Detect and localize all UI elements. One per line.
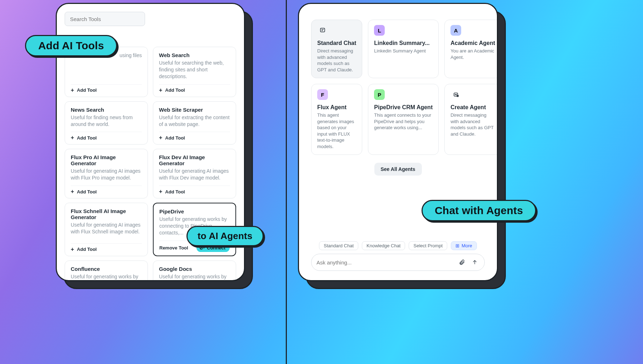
- agent-title: Flux Agent: [317, 104, 356, 111]
- chat-icon: [317, 25, 328, 36]
- plus-icon: +: [71, 189, 74, 194]
- plus-icon: +: [71, 135, 74, 141]
- tool-description: Useful for generating works by connectin…: [71, 273, 142, 281]
- chip-standard-chat[interactable]: Standard Chat: [319, 241, 358, 250]
- add-tool-label: Add Tool: [165, 189, 185, 194]
- chat-mode-chips: Standard Chat Knowledge Chat Select Prom…: [311, 241, 485, 250]
- add-tool-label: Add Tool: [77, 87, 96, 93]
- agent-letter-icon: F: [317, 89, 328, 100]
- arrow-up-icon: [472, 259, 478, 266]
- chip-more[interactable]: ⊞ More: [451, 241, 477, 250]
- tool-title: News Search: [71, 107, 142, 113]
- chat-input[interactable]: [316, 259, 454, 266]
- pill-add-ai-tools: Add AI Tools: [25, 35, 117, 56]
- pill-to-ai-agents: to AI Agents: [186, 226, 264, 246]
- agent-card-create[interactable]: Create Agent Direct messaging with advan…: [444, 84, 498, 155]
- tool-description: Useful for generating AI images with Flu…: [71, 168, 142, 181]
- tool-title: Google Docs: [159, 266, 230, 272]
- add-tool-label: Add Tool: [165, 87, 185, 93]
- tool-title: Flux Dev AI Image Generator: [159, 154, 230, 166]
- plus-icon: +: [159, 135, 162, 141]
- add-tool-button[interactable]: + Add Tool: [159, 189, 185, 194]
- tool-card: Web Search Useful for searching the web,…: [153, 47, 236, 97]
- tool-card: Confluence Useful for generating works b…: [65, 261, 148, 281]
- agent-title: Create Agent: [450, 104, 495, 111]
- add-tool-label: Add Tool: [165, 135, 185, 141]
- svg-point-5: [456, 94, 457, 95]
- agent-title: PipeDrive CRM Agent: [374, 104, 433, 111]
- chip-more-label: More: [462, 243, 472, 248]
- grid-icon: ⊞: [455, 243, 459, 248]
- tool-title: Confluence: [71, 266, 142, 272]
- create-agent-icon: [450, 89, 461, 100]
- center-divider: [286, 0, 287, 364]
- plus-icon: +: [71, 247, 74, 252]
- agent-card-standard-chat[interactable]: Standard Chat Direct messaging with adva…: [311, 20, 362, 78]
- agent-card-pipedrive[interactable]: P PipeDrive CRM Agent This agent connect…: [368, 84, 439, 155]
- svg-point-4: [455, 94, 456, 95]
- agent-letter-icon: A: [450, 25, 461, 36]
- agent-letter-icon: P: [374, 89, 385, 100]
- tool-description: Useful for generating AI images with Flu…: [159, 168, 230, 181]
- add-tool-button[interactable]: + Add Tool: [159, 87, 185, 93]
- tool-title: Flux Pro AI Image Generator: [71, 154, 142, 166]
- tool-description: Useful for extracting the content of a w…: [159, 114, 230, 128]
- paperclip-icon: [459, 259, 465, 266]
- chat-input-bar: [311, 254, 485, 271]
- tool-title: PipeDrive: [159, 208, 230, 214]
- svg-rect-0: [320, 28, 325, 32]
- attach-button[interactable]: [457, 258, 467, 267]
- tool-description: Useful for generating works by extractin…: [159, 273, 230, 281]
- send-button[interactable]: [470, 258, 479, 267]
- add-tool-label: Add Tool: [77, 189, 96, 194]
- agent-title: Linkedin Summary...: [374, 40, 433, 46]
- agent-description: You are an Academic Agent.: [450, 48, 495, 60]
- tool-title: Flux Schnell AI Image Generator: [71, 208, 142, 220]
- tool-description: Useful for finding news from around the …: [71, 114, 142, 128]
- see-all-agents-button[interactable]: See All Agents: [374, 163, 422, 176]
- tool-title: Web Search: [159, 52, 230, 58]
- search-tools-input[interactable]: [65, 12, 145, 26]
- agent-letter-icon: L: [374, 25, 385, 36]
- agent-grid: Standard Chat Direct messaging with adva…: [311, 20, 485, 155]
- tool-description: Useful for generating AI images with Flu…: [71, 222, 142, 239]
- agent-description: Direct messaging with advanced models su…: [450, 112, 495, 137]
- agents-panel: Standard Chat Direct messaging with adva…: [298, 3, 498, 281]
- agent-card-flux[interactable]: F Flux Agent This agent generates images…: [311, 84, 362, 155]
- plus-icon: +: [159, 189, 162, 194]
- tool-card: Google Docs Useful for generating works …: [153, 261, 236, 281]
- plus-icon: +: [159, 87, 162, 93]
- agent-description: Linkedin Summary Agent: [374, 48, 433, 54]
- add-tool-button[interactable]: + Add Tool: [71, 87, 97, 93]
- plus-icon: +: [71, 87, 74, 93]
- agent-title: Standard Chat: [317, 40, 356, 46]
- agent-description: This agent generates images based on you…: [317, 112, 356, 150]
- tool-card: Flux Schnell AI Image Generator Useful f…: [65, 203, 148, 256]
- add-tool-button[interactable]: + Add Tool: [71, 189, 97, 194]
- chip-select-prompt[interactable]: Select Prompt: [409, 241, 447, 250]
- add-tool-label: Add Tool: [77, 135, 96, 141]
- agent-card-linkedin[interactable]: L Linkedin Summary... Linkedin Summary A…: [368, 20, 439, 78]
- agent-description: Direct messaging with advanced models su…: [317, 48, 356, 73]
- tool-card: Flux Pro AI Image Generator Useful for g…: [65, 149, 148, 198]
- add-tool-label: Add Tool: [77, 247, 96, 252]
- tool-card: Flux Dev AI Image Generator Useful for g…: [153, 149, 236, 198]
- add-tool-button[interactable]: + Add Tool: [159, 135, 185, 141]
- pill-chat-with-agents: Chat with Agents: [422, 200, 536, 221]
- tool-card: Web Site Scraper Useful for extracting t…: [153, 101, 236, 145]
- add-tool-button[interactable]: + Add Tool: [71, 135, 97, 141]
- chip-knowledge-chat[interactable]: Knowledge Chat: [362, 241, 405, 250]
- add-tool-button[interactable]: + Add Tool: [71, 247, 97, 252]
- tool-description: Useful for searching the web, finding si…: [159, 60, 230, 80]
- tool-title: Web Site Scraper: [159, 107, 230, 113]
- agent-title: Academic Agent: [450, 40, 495, 46]
- agent-card-academic[interactable]: A Academic Agent You are an Academic Age…: [444, 20, 498, 78]
- agent-description: This agent connects to your PipeDrive an…: [374, 112, 433, 131]
- remove-tool-button[interactable]: Remove Tool: [159, 245, 188, 251]
- tool-card: News Search Useful for finding news from…: [65, 101, 148, 145]
